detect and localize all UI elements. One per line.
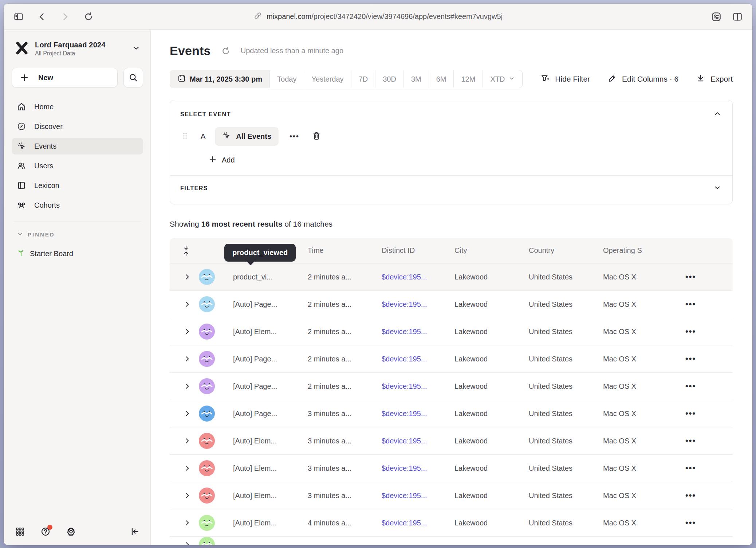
city-cell: Lakewood: [454, 300, 529, 309]
sidebar-item-lexicon[interactable]: Lexicon: [12, 177, 143, 194]
avatar: [199, 433, 215, 449]
range-12m-button[interactable]: 12M: [454, 70, 483, 88]
city-cell: Lakewood: [454, 464, 529, 473]
new-button[interactable]: New: [12, 68, 118, 87]
range-yesterday-button[interactable]: Yesterday: [304, 70, 351, 88]
back-icon[interactable]: [36, 11, 47, 22]
refresh-icon[interactable]: [220, 46, 231, 56]
address-bar[interactable]: mixpanel.com/project/3472420/view/397469…: [253, 4, 503, 30]
table-row[interactable]: [Auto] Elem... 2 minutes a... $device:19…: [170, 318, 733, 345]
distinct-id-link[interactable]: $device:195...: [382, 273, 454, 281]
distinct-id-link[interactable]: $device:195...: [382, 355, 454, 363]
row-actions-menu[interactable]: •••: [676, 381, 733, 391]
help-icon[interactable]: [40, 526, 51, 537]
expand-row-chevron-icon[interactable]: [170, 437, 199, 445]
date-picker-button[interactable]: Mar 11, 2025 3:30 pm: [170, 70, 270, 88]
table-row[interactable]: [Auto] Elem... 3 minutes a... $device:19…: [170, 482, 733, 509]
table-row[interactable]: [Auto] Elem... 4 minutes a... $device:19…: [170, 509, 733, 537]
column-header-distinct-id[interactable]: Distinct ID: [382, 246, 454, 255]
sidebar-item-users[interactable]: Users: [12, 157, 143, 174]
sidebar-item-events[interactable]: Events: [12, 138, 143, 154]
column-header-country[interactable]: Country: [529, 246, 603, 255]
split-view-icon[interactable]: [732, 11, 743, 22]
add-event-button[interactable]: Add: [209, 155, 721, 165]
time-cell: 3 minutes a...: [308, 492, 382, 500]
distinct-id-link[interactable]: $device:195...: [382, 492, 454, 500]
gear-icon[interactable]: [66, 526, 76, 537]
row-actions-menu[interactable]: •••: [676, 463, 733, 473]
event-tooltip: product_viewed: [224, 244, 296, 262]
table-row[interactable]: product_vi... 2 minutes a... $device:195…: [170, 263, 733, 291]
event-row-menu-icon[interactable]: •••: [290, 132, 299, 141]
drag-handle-icon[interactable]: [182, 132, 190, 142]
page-settings-icon[interactable]: [711, 11, 722, 22]
row-actions-menu[interactable]: •••: [676, 300, 733, 309]
event-selector-pill[interactable]: All Events: [215, 127, 279, 146]
reload-icon[interactable]: [83, 11, 94, 22]
distinct-id-link[interactable]: $device:195...: [382, 437, 454, 445]
distinct-id-link[interactable]: $device:195...: [382, 519, 454, 527]
collapse-rows-icon[interactable]: [170, 245, 199, 256]
apps-grid-icon[interactable]: [15, 526, 25, 537]
row-actions-menu[interactable]: •••: [676, 491, 733, 500]
trash-icon[interactable]: [312, 131, 321, 142]
row-actions-menu[interactable]: •••: [676, 409, 733, 418]
sidebar-item-home[interactable]: Home: [12, 98, 143, 115]
distinct-id-link[interactable]: $device:195...: [382, 464, 454, 473]
range-xtd-dropdown[interactable]: XTD: [483, 70, 522, 88]
project-switcher[interactable]: Lord Farquaad 2024 All Project Data: [12, 41, 143, 57]
search-button[interactable]: [123, 68, 143, 87]
column-header-os[interactable]: Operating S: [603, 246, 676, 255]
expand-row-chevron-icon[interactable]: [170, 492, 199, 499]
sidebar-item-cohorts[interactable]: Cohorts: [12, 197, 143, 214]
export-button[interactable]: Export: [696, 74, 733, 85]
city-cell: Lakewood: [454, 437, 529, 445]
expand-row-chevron-icon[interactable]: [170, 541, 199, 545]
expand-row-chevron-icon[interactable]: [170, 410, 199, 417]
expand-row-chevron-icon[interactable]: [170, 519, 199, 527]
expand-row-chevron-icon[interactable]: [170, 383, 199, 390]
expand-row-chevron-icon[interactable]: [170, 465, 199, 472]
os-cell: Mac OS X: [603, 328, 676, 336]
url-domain: mixpanel.com: [267, 12, 311, 20]
range-7d-button[interactable]: 7D: [351, 70, 376, 88]
row-actions-menu[interactable]: •••: [676, 327, 733, 336]
table-row[interactable]: [Auto] Page... 3 minutes a... $device:19…: [170, 400, 733, 427]
range-6m-button[interactable]: 6M: [429, 70, 454, 88]
column-header-time[interactable]: Time: [308, 246, 382, 255]
distinct-id-link[interactable]: $device:195...: [382, 328, 454, 336]
row-actions-menu[interactable]: •••: [676, 272, 733, 282]
column-header-city[interactable]: City: [454, 246, 529, 255]
range-today-button[interactable]: Today: [270, 70, 304, 88]
range-3m-button[interactable]: 3M: [404, 70, 429, 88]
row-actions-menu[interactable]: •••: [676, 436, 733, 446]
distinct-id-link[interactable]: $device:195...: [382, 410, 454, 418]
sidebar-item-starter-board[interactable]: Starter Board: [17, 248, 143, 259]
edit-columns-button[interactable]: Edit Columns · 6: [607, 74, 678, 85]
expand-row-chevron-icon[interactable]: [170, 273, 199, 281]
row-actions-menu[interactable]: •••: [676, 518, 733, 528]
chevron-down-icon[interactable]: [713, 184, 721, 193]
forward-icon[interactable]: [60, 11, 71, 22]
browser-sidebar-toggle-icon[interactable]: [13, 11, 24, 22]
row-actions-menu[interactable]: •••: [676, 354, 733, 364]
distinct-id-link[interactable]: $device:195...: [382, 382, 454, 391]
table-row[interactable]: [Auto] Elem... 3 minutes a... $device:19…: [170, 427, 733, 455]
table-row[interactable]: [Auto] Page... 2 minutes a... $device:19…: [170, 345, 733, 373]
expand-row-chevron-icon[interactable]: [170, 301, 199, 308]
pencil-icon: [607, 74, 617, 85]
pinned-section-header[interactable]: PINNED: [17, 231, 143, 238]
expand-row-chevron-icon[interactable]: [170, 328, 199, 335]
table-row[interactable]: [Auto] Elem... 3 minutes a... $device:19…: [170, 455, 733, 482]
chevron-down-icon: [508, 75, 515, 83]
table-row[interactable]: [Auto] Page... 2 minutes a... $device:19…: [170, 373, 733, 400]
range-30d-button[interactable]: 30D: [375, 70, 404, 88]
sidebar-item-discover[interactable]: Discover: [12, 118, 143, 135]
expand-row-chevron-icon[interactable]: [170, 355, 199, 363]
hide-filter-button[interactable]: Hide Filter: [540, 74, 590, 85]
chevron-up-icon[interactable]: [713, 110, 721, 119]
distinct-id-link[interactable]: $device:195...: [382, 300, 454, 309]
table-row[interactable]: [Auto] Page... 2 minutes a... $device:19…: [170, 291, 733, 318]
table-row-partial[interactable]: [170, 537, 733, 545]
collapse-sidebar-icon[interactable]: [129, 526, 140, 537]
